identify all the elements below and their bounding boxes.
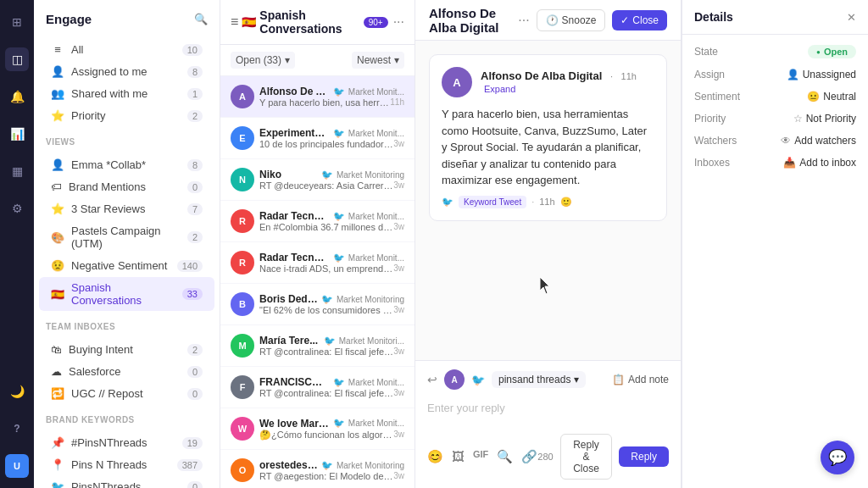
- emoji-react-icon[interactable]: 🙂: [560, 197, 572, 208]
- image-tool-icon[interactable]: 🖼: [452, 449, 465, 464]
- message-footer: 🐦 Keyword Tweet · 11h 🙂: [442, 196, 654, 208]
- reply-input[interactable]: Enter your reply: [427, 396, 669, 427]
- conv-item[interactable]: O orestedeseo 🐦 Market Monitoring RT @ae…: [220, 450, 415, 488]
- conv-item-preview: Y para hacerlo bien, usa herramientas ..…: [259, 97, 390, 108]
- search-tool-icon[interactable]: 🔍: [497, 449, 513, 464]
- settings-icon[interactable]: ⚙: [5, 197, 29, 220]
- conv-items-list: A Alfonso De Al... 🐦 Market Monit... Y p…: [220, 76, 415, 488]
- sidebar-item-assigned[interactable]: 👤 Assigned to me 8: [39, 61, 214, 82]
- message-footer-time: 11h: [539, 197, 554, 207]
- views-section-label: VIEWS: [34, 130, 220, 150]
- filter-open-button[interactable]: Open (33) ▾: [231, 52, 295, 69]
- filter-newest-chevron: ▾: [394, 54, 399, 66]
- sentiment-value[interactable]: 😐 Neutral: [807, 91, 856, 103]
- filter-open-chevron: ▾: [285, 54, 290, 66]
- more-options-icon[interactable]: ···: [393, 14, 404, 30]
- conv-item[interactable]: W We love Mark... 🐦 Market Monit... 🤔¿Có…: [220, 408, 415, 450]
- reply-button[interactable]: Reply: [619, 446, 669, 467]
- sidebar-item-pins-n-threads[interactable]: 📍 Pins N Threads 387: [39, 454, 214, 475]
- sidebar-search-icon[interactable]: 🔍: [194, 13, 208, 25]
- moon-icon[interactable]: 🌙: [5, 380, 29, 403]
- sidebar-item-brand[interactable]: 🏷 Brand Mentions 0: [39, 176, 214, 197]
- details-close-icon[interactable]: ✕: [847, 11, 856, 24]
- detail-assign-row: Assign 👤 Unassigned: [694, 69, 856, 80]
- sidebar-item-spanish[interactable]: 🇪🇸 Spanish Conversations 33: [39, 277, 214, 311]
- link-tool-icon[interactable]: 🔗: [521, 449, 537, 464]
- close-button[interactable]: ✓ Close: [612, 10, 667, 30]
- filter-newest-button[interactable]: Newest ▾: [352, 52, 404, 69]
- conv-item-source: Market Monitoring: [337, 170, 404, 180]
- conv-item-source: Market Monit...: [348, 129, 404, 138]
- sentiment-label: Sentiment: [694, 91, 740, 103]
- sidebar: Engage 🔍 ≡ All 10 👤 Assigned to me 8 👥 S…: [34, 0, 220, 488]
- conv-item[interactable]: M María Tere... 🐦 Market Monitori... RT …: [220, 325, 415, 367]
- sidebar-item-pinsnthreads[interactable]: 🐦 PinsNThreads 0: [39, 476, 214, 488]
- chat-widget-button[interactable]: 💬: [821, 441, 854, 474]
- avatar: R: [231, 209, 254, 233]
- grid-icon[interactable]: ⊞: [5, 10, 29, 34]
- conv-item-source: Market Monitoring: [337, 461, 404, 470]
- help-icon[interactable]: ?: [5, 417, 29, 441]
- sidebar-item-all[interactable]: ≡ All 10: [39, 39, 214, 60]
- gif-tool-icon[interactable]: GIF: [473, 449, 488, 464]
- bell-icon[interactable]: 🔔: [5, 85, 29, 108]
- conv-item[interactable]: B Boris Dedoff 🐦 Market Monitoring "El 6…: [220, 284, 415, 325]
- more-actions-icon[interactable]: ···: [518, 13, 529, 28]
- expand-button[interactable]: Expand: [484, 84, 515, 94]
- conv-item[interactable]: N Niko 🐦 Market Monitoring RT @deuceyear…: [220, 159, 415, 201]
- sidebar-title: Engage: [46, 12, 92, 26]
- sidebar-item-shared[interactable]: 👥 Shared with me 1: [39, 83, 214, 104]
- conv-item-time: 3w: [393, 222, 404, 232]
- assign-value[interactable]: 👤 Unassigned: [787, 69, 856, 80]
- sidebar-item-buying-label: Buying Intent: [69, 343, 181, 356]
- cursor-arrow: [540, 277, 554, 296]
- user-avatar-icon[interactable]: U: [5, 454, 29, 478]
- chat-icon[interactable]: ◫: [5, 47, 29, 71]
- detail-priority-row: Priority ☆ Not Priority: [694, 113, 856, 125]
- priority-value[interactable]: ☆ Not Priority: [793, 113, 856, 125]
- sidebar-item-pinsnthreads-count: 0: [187, 481, 203, 489]
- reply-tools: 😊 🖼 GIF 🔍 🔗: [427, 449, 537, 464]
- sidebar-item-emma[interactable]: 👤 Emma *Collab* 8: [39, 154, 214, 175]
- message-avatar: A: [442, 67, 472, 97]
- snooze-button[interactable]: 🕐 Snooze: [537, 9, 606, 31]
- conv-item-preview: 🤔¿Cómo funcionan los algoritmos en r...: [259, 430, 393, 441]
- sidebar-item-ugc[interactable]: 🔁 UGC // Repost 0: [39, 383, 214, 404]
- reply-channel-selector[interactable]: pinsand threads ▾: [492, 371, 586, 388]
- sidebar-item-priority-count: 2: [187, 110, 203, 122]
- sidebar-item-3star[interactable]: ⭐ 3 Star Reviews 7: [39, 198, 214, 219]
- snooze-label: Snooze: [562, 14, 597, 26]
- sidebar-item-pins-hashtag[interactable]: 📌 #PinsNThreads 19: [39, 432, 214, 453]
- menu-icon[interactable]: ≡: [231, 14, 238, 30]
- reply-channel-label: pinsand threads: [498, 374, 570, 385]
- chart-icon[interactable]: 📊: [5, 122, 29, 146]
- conv-item-time: 3w: [393, 263, 404, 274]
- sidebar-item-negative[interactable]: 😟 Negative Sentiment 140: [39, 255, 214, 276]
- conv-item[interactable]: A Alfonso De Al... 🐦 Market Monit... Y p…: [220, 76, 415, 118]
- conv-item[interactable]: R Radar Tecnol... 🐦 Market Monit... En #…: [220, 201, 415, 242]
- add-note-button[interactable]: 📋 Add note: [612, 374, 669, 385]
- sidebar-item-priority[interactable]: ⭐ Priority 2: [39, 105, 214, 126]
- shared-icon: 👥: [51, 87, 64, 100]
- sidebar-item-pastels[interactable]: 🎨 Pastels Campaign (UTM) 2: [39, 220, 214, 254]
- conv-item[interactable]: E Experimenta ... 🐦 Market Monit... 10 d…: [220, 118, 415, 159]
- pinsnthreads-icon: 🐦: [51, 480, 64, 488]
- details-panel: Details ✕ State Open Assign 👤 Unassigned…: [682, 0, 868, 488]
- emoji-tool-icon[interactable]: 😊: [427, 449, 443, 464]
- star-icon: ⭐: [51, 202, 64, 215]
- reply-close-button[interactable]: Reply & Close: [560, 434, 613, 480]
- watchers-value[interactable]: 👁 Add watchers: [781, 135, 856, 147]
- watchers-label: Watchers: [694, 135, 737, 147]
- message-time: ·: [610, 71, 613, 81]
- conv-item-preview: Nace i-tradi ADS, un emprendimiento q...: [259, 263, 393, 274]
- inboxes-value[interactable]: 📥 Add to inbox: [783, 157, 856, 169]
- sidebar-item-buying[interactable]: 🛍 Buying Intent 2: [39, 339, 214, 360]
- sidebar-item-shared-count: 1: [187, 88, 203, 100]
- grid2-icon[interactable]: ▦: [5, 159, 29, 183]
- avatar: N: [231, 168, 254, 191]
- conv-item-time: 3w: [393, 305, 404, 315]
- sidebar-item-salesforce[interactable]: ☁ Salesforce 0: [39, 361, 214, 382]
- open-badge[interactable]: Open: [808, 45, 856, 58]
- conv-item[interactable]: F FRANCISCO ... 🐦 Market Monit... RT @co…: [220, 367, 415, 408]
- conv-item[interactable]: R Radar Tecnol... 🐦 Market Monit... Nace…: [220, 242, 415, 284]
